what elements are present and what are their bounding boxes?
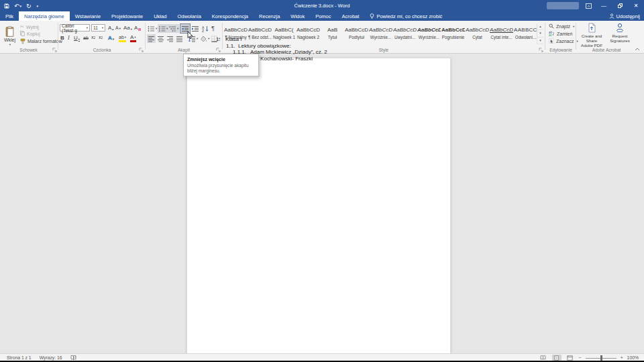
chevron-up-icon <box>635 48 640 51</box>
tab-wstawianie[interactable]: Wstawianie <box>70 11 106 21</box>
style-cytat[interactable]: AaBbCcDtCytat <box>466 23 489 44</box>
strikethrough-button[interactable]: ab <box>83 36 89 40</box>
paintbrush-icon <box>20 38 25 44</box>
print-layout-icon <box>554 355 559 361</box>
justify-button[interactable] <box>175 34 184 43</box>
restore-button[interactable] <box>612 0 628 11</box>
replace-button[interactable]: abac Zamień <box>549 31 572 36</box>
shrink-font-button[interactable]: A▼ <box>115 25 121 30</box>
tab-narzedzia-glowne[interactable]: Narzędzia główne <box>19 11 70 21</box>
clear-formatting-button[interactable]: A <box>134 25 141 31</box>
word-window: ↶▾ ↻ ▾ Ćwiczenie 3.docx - Word — ✕ Plik … <box>0 0 644 362</box>
share-label: Udostępnij <box>616 13 640 19</box>
numbering-button[interactable]: ▾ <box>158 24 168 33</box>
print-layout-button[interactable] <box>552 355 561 361</box>
font-size-combo[interactable]: 11▾ <box>91 24 105 32</box>
zoom-level[interactable]: 100% <box>627 355 639 360</box>
status-bar: Strona 1 z 1 Wyrazy: 16 − + 100% <box>0 353 644 361</box>
doc-line-2[interactable]: 1.1.Lektury obowiązkowe: <box>186 43 451 50</box>
scissors-icon: ✂ <box>20 24 24 29</box>
multilevel-list-icon <box>169 25 176 32</box>
copy-button[interactable]: Kopiuj <box>20 31 40 36</box>
sort-icon: AZ <box>202 25 209 32</box>
svg-text:Z: Z <box>202 29 204 32</box>
tab-projektowanie[interactable]: Projektowanie <box>106 11 148 21</box>
align-right-button[interactable] <box>166 34 174 43</box>
read-mode-button[interactable] <box>539 355 548 361</box>
tab-korespondencja[interactable]: Korespondencja <box>207 11 254 21</box>
align-left-button[interactable] <box>147 34 156 43</box>
styles-gallery-scrollbar[interactable]: ▲▼▼ <box>537 23 543 44</box>
zoom-in-button[interactable]: + <box>621 355 623 360</box>
font-color-button[interactable]: A▾ <box>130 35 136 42</box>
grow-font-button[interactable]: A▲ <box>108 25 114 31</box>
change-case-button[interactable]: Aa▾ <box>123 25 132 31</box>
tab-widok[interactable]: Widok <box>285 11 310 21</box>
tab-recenzja[interactable]: Recenzja <box>254 11 285 21</box>
window-controls: — ✕ <box>581 0 644 11</box>
gallery-more-icon: ▼ <box>537 38 543 44</box>
zoom-out-button[interactable]: − <box>579 355 582 360</box>
paste-button[interactable]: Wklej ▾ <box>2 23 17 50</box>
ribbon-tab-row: Plik Narzędzia główne Wstawianie Projekt… <box>0 11 644 21</box>
align-left-icon <box>148 36 155 42</box>
web-layout-icon <box>567 355 573 361</box>
text-effects-button[interactable]: A▾ <box>108 35 114 41</box>
bold-button[interactable]: B <box>60 35 64 41</box>
bullets-button[interactable]: ▾ <box>147 24 158 33</box>
style-odwolanie[interactable]: AABBCCDCOdwołani... <box>514 23 537 44</box>
tab-uklad[interactable]: Układ <box>148 11 172 21</box>
underline-button[interactable]: U▾ <box>74 35 80 41</box>
zoom-slider[interactable] <box>586 355 616 361</box>
align-center-button[interactable] <box>156 34 165 43</box>
cut-button[interactable]: ✂Wytnij <box>20 24 39 29</box>
doc-line-1[interactable]: 1.Klasa I <box>186 36 451 43</box>
style-cytat-intensywny[interactable]: AaBbCcDtCytat inte... <box>490 23 513 44</box>
create-share-pdf-button[interactable]: Create and ShareAdobe PDF <box>578 23 606 50</box>
tell-me-box[interactable]: Powiedz mi, co chcesz zrobić <box>364 11 447 21</box>
proofing-status-button[interactable] <box>70 355 76 361</box>
word-count[interactable]: Wyrazy: 16 <box>40 355 62 360</box>
tab-odwolania[interactable]: Odwołania <box>172 11 206 21</box>
tab-acrobat[interactable]: Acrobat <box>337 11 365 21</box>
sort-button[interactable]: AZ <box>201 24 210 33</box>
zoom-slider-thumb[interactable] <box>600 355 602 361</box>
format-painter-button[interactable]: Malarz formatów <box>20 38 62 44</box>
italic-button[interactable]: I <box>68 35 70 41</box>
signature-person-icon <box>615 23 625 33</box>
select-button[interactable]: Zaznacz▾ <box>549 38 578 44</box>
document-page[interactable] <box>186 58 451 353</box>
minimize-button[interactable]: — <box>596 0 612 11</box>
page-indicator[interactable]: Strona 1 z 1 <box>7 355 32 360</box>
editing-group-label: Edytowanie <box>546 48 576 52</box>
request-signatures-button[interactable]: RequestSignatures <box>606 23 634 50</box>
tab-plik[interactable]: Plik <box>0 11 19 21</box>
share-button[interactable]: Udostępnij <box>609 11 640 21</box>
redacted-account-name <box>547 2 579 9</box>
tooltip-body: Umożliwia przysunięcie akapitu bliżej ma… <box>187 63 255 73</box>
web-layout-button[interactable] <box>566 355 575 361</box>
replace-icon: abac <box>549 31 555 36</box>
show-formatting-button[interactable]: ¶ <box>211 23 215 32</box>
tooltip-title: Zmniejsz wcięcie <box>187 57 255 62</box>
pdf-share-icon <box>587 23 596 33</box>
font-name-combo[interactable]: Calibri (Tekst g▾ <box>60 24 90 32</box>
paste-label: Wklej <box>4 38 15 42</box>
tab-pomoc[interactable]: Pomoc <box>310 11 336 21</box>
numbered-list-icon <box>158 25 166 32</box>
align-right-icon <box>166 36 174 42</box>
close-button[interactable]: ✕ <box>628 0 644 11</box>
multilevel-list-button[interactable]: ▾ <box>168 24 179 33</box>
search-icon <box>549 23 554 29</box>
ribbon-display-options-button[interactable] <box>581 0 596 11</box>
subscript-button[interactable]: x2 <box>91 35 95 40</box>
text-highlight-button[interactable]: ab▾ <box>119 35 126 42</box>
superscript-button[interactable]: x2 <box>99 35 103 40</box>
collapse-ribbon-button[interactable] <box>635 48 640 51</box>
find-button[interactable]: Znajdź▾ <box>549 23 574 29</box>
gallery-down-icon: ▼ <box>537 30 543 37</box>
select-cursor-icon <box>549 38 554 44</box>
document-canvas <box>0 54 644 353</box>
gallery-up-icon: ▲ <box>537 23 543 30</box>
tooltip-zmniejsz-wciecie: Zmniejsz wcięcie Umożliwia przysunięcie … <box>183 54 259 76</box>
